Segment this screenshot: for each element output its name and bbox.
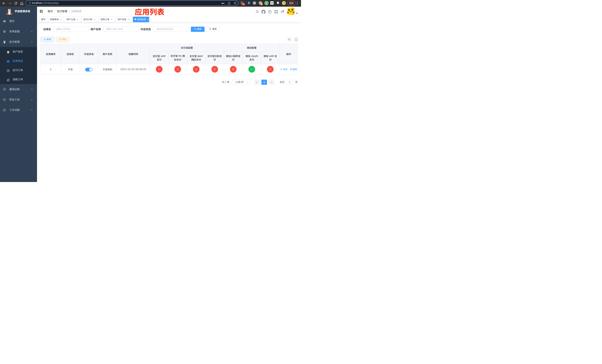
svg-text:?: ?	[269, 11, 270, 13]
svg-text:¥: ¥	[8, 69, 9, 72]
